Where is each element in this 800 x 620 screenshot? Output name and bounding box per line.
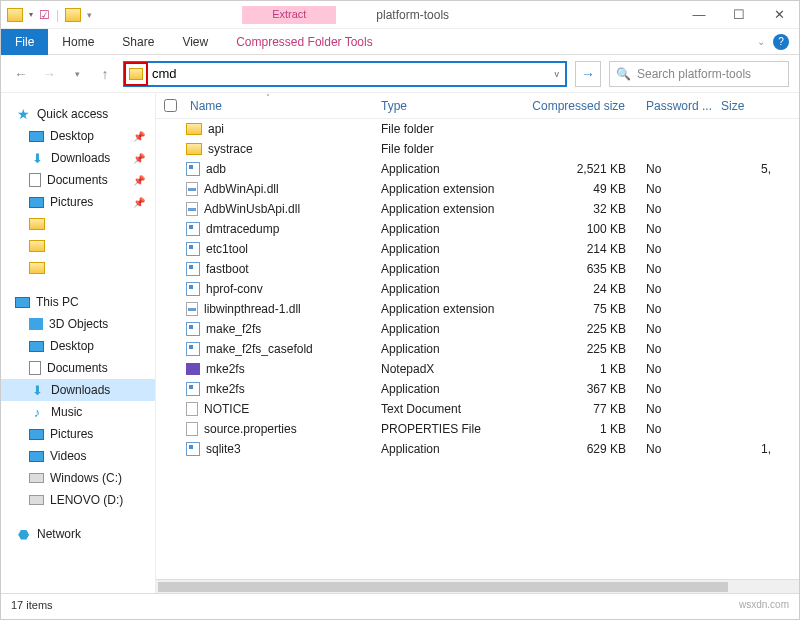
file-name: adb xyxy=(206,162,226,176)
qat-dropdown-icon[interactable]: ▾ xyxy=(29,10,33,19)
dll-icon xyxy=(186,202,198,216)
folder-icon xyxy=(65,8,81,22)
sidebar-network[interactable]: ⬣Network xyxy=(1,523,155,545)
sidebar-downloads-2[interactable]: ⬇Downloads xyxy=(1,379,155,401)
sidebar-folder-3[interactable] xyxy=(1,257,155,279)
sidebar-documents-2[interactable]: Documents xyxy=(1,357,155,379)
address-dropdown-icon[interactable]: v xyxy=(555,69,560,79)
sidebar-folder-1[interactable] xyxy=(1,213,155,235)
file-row[interactable]: AdbWinApi.dll Application extension 49 K… xyxy=(156,179,799,199)
file-row[interactable]: mke2fs Application 367 KB No xyxy=(156,379,799,399)
file-password: No xyxy=(646,342,721,356)
qat-overflow-icon[interactable]: ▾ xyxy=(87,10,92,20)
file-row[interactable]: make_f2fs_casefold Application 225 KB No xyxy=(156,339,799,359)
back-button[interactable]: ← xyxy=(11,64,31,84)
app-icon xyxy=(186,322,200,336)
sidebar-music[interactable]: ♪Music xyxy=(1,401,155,423)
window-title: platform-tools xyxy=(376,8,449,22)
file-row[interactable]: mke2fs NotepadX 1 KB No xyxy=(156,359,799,379)
objects3d-icon xyxy=(29,318,43,330)
tab-home[interactable]: Home xyxy=(48,29,108,55)
file-compressed-size: 367 KB xyxy=(531,382,646,396)
column-headers: Name˄ Type Compressed size Password ... … xyxy=(156,93,799,119)
file-row[interactable]: AdbWinUsbApi.dll Application extension 3… xyxy=(156,199,799,219)
contextual-tab-label: Extract xyxy=(242,6,336,24)
search-box[interactable]: 🔍 Search platform-tools xyxy=(609,61,789,87)
file-row[interactable]: systrace File folder xyxy=(156,139,799,159)
select-all-checkbox[interactable] xyxy=(164,99,177,112)
address-input[interactable] xyxy=(148,63,565,85)
sidebar-quick-access[interactable]: ★Quick access xyxy=(1,103,155,125)
watermark: wsxdn.com xyxy=(739,599,789,610)
column-name[interactable]: Name˄ xyxy=(186,99,381,113)
sidebar-3d-objects[interactable]: 3D Objects xyxy=(1,313,155,335)
file-row[interactable]: NOTICE Text Document 77 KB No xyxy=(156,399,799,419)
sidebar-documents[interactable]: Documents📌 xyxy=(1,169,155,191)
scrollbar-thumb[interactable] xyxy=(158,582,728,592)
file-row[interactable]: api File folder xyxy=(156,119,799,139)
file-compressed-size: 225 KB xyxy=(531,342,646,356)
forward-button[interactable]: → xyxy=(39,64,59,84)
file-name: mke2fs xyxy=(206,382,245,396)
file-size: 1, xyxy=(721,442,771,456)
file-row[interactable]: make_f2fs Application 225 KB No xyxy=(156,319,799,339)
tab-compressed-tools[interactable]: Compressed Folder Tools xyxy=(222,29,387,55)
maximize-button[interactable]: ☐ xyxy=(719,1,759,29)
file-name: AdbWinApi.dll xyxy=(204,182,279,196)
file-name: make_f2fs_casefold xyxy=(206,342,313,356)
file-row[interactable]: adb Application 2,521 KB No 5, xyxy=(156,159,799,179)
tab-share[interactable]: Share xyxy=(108,29,168,55)
go-button[interactable]: → xyxy=(575,61,601,87)
file-compressed-size: 214 KB xyxy=(531,242,646,256)
sidebar-drive-c[interactable]: Windows (C:) xyxy=(1,467,155,489)
file-password: No xyxy=(646,182,721,196)
file-row[interactable]: dmtracedump Application 100 KB No xyxy=(156,219,799,239)
file-password: No xyxy=(646,422,721,436)
file-password: No xyxy=(646,322,721,336)
tab-view[interactable]: View xyxy=(168,29,222,55)
file-type: Application xyxy=(381,442,531,456)
ribbon-collapse-icon[interactable]: ⌄ xyxy=(757,36,765,47)
close-button[interactable]: ✕ xyxy=(759,1,799,29)
file-row[interactable]: sqlite3 Application 629 KB No 1, xyxy=(156,439,799,459)
column-type[interactable]: Type xyxy=(381,99,531,113)
sidebar-drive-d[interactable]: LENOVO (D:) xyxy=(1,489,155,511)
file-compressed-size: 77 KB xyxy=(531,402,646,416)
file-row[interactable]: etc1tool Application 214 KB No xyxy=(156,239,799,259)
help-button[interactable]: ? xyxy=(773,34,789,50)
file-name: fastboot xyxy=(206,262,249,276)
file-row[interactable]: fastboot Application 635 KB No xyxy=(156,259,799,279)
recent-dropdown-icon[interactable]: ▾ xyxy=(67,64,87,84)
address-bar[interactable]: v xyxy=(123,61,567,87)
checkbox-icon[interactable]: ☑ xyxy=(39,8,50,22)
column-size[interactable]: Size xyxy=(721,99,771,113)
sidebar-downloads[interactable]: ⬇Downloads📌 xyxy=(1,147,155,169)
sidebar-videos[interactable]: Videos xyxy=(1,445,155,467)
column-password[interactable]: Password ... xyxy=(646,99,721,113)
file-row[interactable]: libwinpthread-1.dll Application extensio… xyxy=(156,299,799,319)
file-type: Application extension xyxy=(381,302,531,316)
sidebar-pictures-2[interactable]: Pictures xyxy=(1,423,155,445)
tab-file[interactable]: File xyxy=(1,29,48,55)
up-button[interactable]: ↑ xyxy=(95,64,115,84)
app-icon xyxy=(186,262,200,276)
file-row[interactable]: hprof-conv Application 24 KB No xyxy=(156,279,799,299)
folder-icon xyxy=(7,8,23,22)
file-compressed-size: 75 KB xyxy=(531,302,646,316)
sidebar-this-pc[interactable]: This PC xyxy=(1,291,155,313)
file-row[interactable]: source.properties PROPERTIES File 1 KB N… xyxy=(156,419,799,439)
file-type: Application xyxy=(381,382,531,396)
file-type: Application xyxy=(381,222,531,236)
pin-icon: 📌 xyxy=(133,153,145,164)
sidebar-folder-2[interactable] xyxy=(1,235,155,257)
sidebar-pictures[interactable]: Pictures📌 xyxy=(1,191,155,213)
sidebar-desktop-2[interactable]: Desktop xyxy=(1,335,155,357)
status-bar: 17 items wsxdn.com xyxy=(1,593,799,615)
file-password: No xyxy=(646,222,721,236)
horizontal-scrollbar[interactable] xyxy=(156,579,799,593)
navigation-pane: ★Quick access Desktop📌 ⬇Downloads📌 Docum… xyxy=(1,93,156,593)
sidebar-desktop[interactable]: Desktop📌 xyxy=(1,125,155,147)
file-password: No xyxy=(646,202,721,216)
column-compressed-size[interactable]: Compressed size xyxy=(531,99,646,113)
minimize-button[interactable]: — xyxy=(679,1,719,29)
